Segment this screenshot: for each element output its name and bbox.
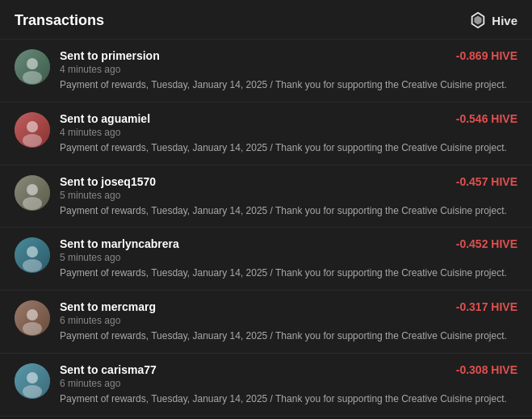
tx-time: 4 minutes ago xyxy=(60,127,517,138)
tx-recipient: Sent to mercmarg xyxy=(60,300,156,313)
tx-memo: Payment of rewards, Tuesday, January 14,… xyxy=(60,204,517,218)
tx-memo: Payment of rewards, Tuesday, January 14,… xyxy=(60,78,517,92)
svg-point-16 xyxy=(23,322,42,335)
transaction-item[interactable]: Sent to aguamiel -0.546 HIVE 4 minutes a… xyxy=(0,103,532,166)
tx-top-row: Sent to joseq1570 -0.457 HIVE xyxy=(60,175,517,188)
svg-point-13 xyxy=(23,259,42,272)
svg-point-3 xyxy=(27,58,38,69)
tx-content: Sent to marlyncabrera -0.452 HIVE 5 minu… xyxy=(60,237,517,280)
tx-amount: -0.452 HIVE xyxy=(456,237,517,250)
tx-memo: Payment of rewards, Tuesday, January 14,… xyxy=(60,141,517,155)
tx-time: 5 minutes ago xyxy=(60,252,517,263)
svg-point-10 xyxy=(23,197,42,210)
tx-time: 4 minutes ago xyxy=(60,64,517,75)
svg-point-18 xyxy=(27,372,38,383)
tx-top-row: Sent to aguamiel -0.546 HIVE xyxy=(60,112,517,125)
svg-marker-1 xyxy=(475,16,482,25)
svg-point-12 xyxy=(27,246,38,258)
svg-point-6 xyxy=(27,121,38,132)
avatar xyxy=(15,112,50,148)
tx-top-row: Sent to mercmarg -0.317 HIVE xyxy=(60,300,517,313)
panel-title: Transactions xyxy=(15,12,104,29)
tx-time: 5 minutes ago xyxy=(60,190,517,201)
tx-recipient: Sent to aguamiel xyxy=(60,112,150,125)
avatar xyxy=(15,49,50,85)
svg-point-4 xyxy=(23,71,42,84)
panel-header: Transactions Hive xyxy=(0,0,532,40)
tx-recipient: Sent to carisma77 xyxy=(60,363,157,376)
transaction-item[interactable]: Sent to mercmarg -0.317 HIVE 6 minutes a… xyxy=(0,291,532,354)
tx-amount: -0.546 HIVE xyxy=(456,112,517,125)
tx-memo: Payment of rewards, Tuesday, January 14,… xyxy=(60,329,517,343)
transactions-panel: Transactions Hive xyxy=(0,0,532,417)
tx-amount: -0.308 HIVE xyxy=(456,363,517,376)
avatar xyxy=(15,237,50,273)
tx-recipient: Sent to marlyncabrera xyxy=(60,237,179,250)
tx-top-row: Sent to marlyncabrera -0.452 HIVE xyxy=(60,237,517,250)
avatar xyxy=(15,363,50,399)
hive-badge[interactable]: Hive xyxy=(469,11,517,29)
tx-time: 6 minutes ago xyxy=(60,315,517,326)
tx-amount: -0.457 HIVE xyxy=(456,175,517,188)
tx-content: Sent to carisma77 -0.308 HIVE 6 minutes … xyxy=(60,363,517,406)
transaction-item[interactable]: Sent to joseq1570 -0.457 HIVE 5 minutes … xyxy=(0,166,532,228)
svg-point-9 xyxy=(27,184,38,195)
svg-point-19 xyxy=(23,385,42,398)
tx-top-row: Sent to carisma77 -0.308 HIVE xyxy=(60,363,517,376)
transaction-item[interactable]: Sent to primersion -0.869 HIVE 4 minutes… xyxy=(0,40,532,103)
tx-memo: Payment of rewards, Tuesday, January 14,… xyxy=(60,266,517,280)
transaction-item[interactable]: Sent to carisma77 -0.308 HIVE 6 minutes … xyxy=(0,354,532,417)
transaction-item[interactable]: Sent to marlyncabrera -0.452 HIVE 5 minu… xyxy=(0,228,532,291)
svg-point-7 xyxy=(23,134,42,147)
hive-icon xyxy=(469,11,487,29)
tx-amount: -0.869 HIVE xyxy=(456,49,517,62)
tx-amount: -0.317 HIVE xyxy=(456,300,517,313)
tx-content: Sent to joseq1570 -0.457 HIVE 5 minutes … xyxy=(60,175,517,218)
tx-time: 6 minutes ago xyxy=(60,378,517,389)
tx-recipient: Sent to joseq1570 xyxy=(60,175,156,188)
tx-top-row: Sent to primersion -0.869 HIVE xyxy=(60,49,517,62)
tx-content: Sent to mercmarg -0.317 HIVE 6 minutes a… xyxy=(60,300,517,343)
hive-label: Hive xyxy=(492,14,517,27)
tx-content: Sent to primersion -0.869 HIVE 4 minutes… xyxy=(60,49,517,92)
svg-point-15 xyxy=(27,309,38,321)
tx-recipient: Sent to primersion xyxy=(60,49,160,62)
avatar xyxy=(15,300,50,336)
tx-content: Sent to aguamiel -0.546 HIVE 4 minutes a… xyxy=(60,112,517,155)
avatar xyxy=(15,175,50,211)
transactions-list: Sent to primersion -0.869 HIVE 4 minutes… xyxy=(0,40,532,417)
tx-memo: Payment of rewards, Tuesday, January 14,… xyxy=(60,392,517,406)
